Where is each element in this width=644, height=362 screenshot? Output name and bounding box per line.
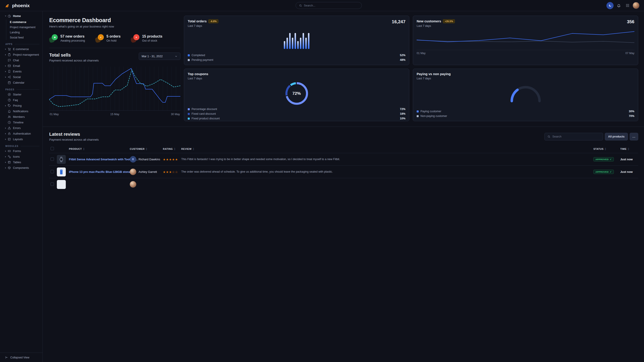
sidebar-item-social[interactable]: Social bbox=[0, 74, 42, 80]
card-title: Total orders bbox=[188, 19, 206, 23]
caret-icon bbox=[5, 76, 6, 78]
caret-icon bbox=[5, 105, 6, 107]
sidebar-item-email[interactable]: Email bbox=[0, 63, 42, 69]
legend-label: Pending payment bbox=[192, 58, 213, 61]
product-thumbnail[interactable] bbox=[57, 167, 66, 176]
column-header-review[interactable]: REVIEW bbox=[181, 148, 322, 150]
sidebar-item-errors[interactable]: Errors bbox=[0, 125, 42, 131]
column-header-product[interactable]: PRODUCT bbox=[69, 148, 130, 150]
sidebar-item-tables[interactable]: Tables bbox=[0, 159, 42, 165]
column-label: REVIEW bbox=[181, 148, 192, 150]
product-link[interactable]: iPhone 13 pro max-Pacific Blue-128GB sto… bbox=[69, 170, 136, 174]
sidebar-item-calendar[interactable]: Calendar bbox=[0, 80, 42, 85]
sidebar-item-forms[interactable]: Forms bbox=[0, 148, 42, 154]
stat-title: 15 products bbox=[142, 34, 162, 38]
row-checkbox[interactable] bbox=[50, 157, 54, 161]
sidebar-item-label: Icons bbox=[13, 155, 20, 158]
legend-label: Percentage discount bbox=[192, 107, 217, 111]
total-orders-card: Total orders -6.8% Last 7 days 16,247 Co… bbox=[184, 16, 322, 65]
caret-icon bbox=[5, 138, 6, 140]
sidebar-item-label: Members bbox=[13, 115, 24, 118]
product-thumbnail[interactable] bbox=[57, 155, 66, 164]
total-sells-title: Total sells bbox=[49, 52, 99, 58]
stat-icon bbox=[49, 34, 58, 42]
column-header-rating[interactable]: RATING bbox=[163, 148, 181, 150]
sidebar-item-layouts[interactable]: Layouts bbox=[0, 136, 42, 142]
sidebar-item-components[interactable]: Components bbox=[0, 165, 42, 171]
sidebar-item-label: Email bbox=[13, 64, 20, 67]
customer-name: Richard Dawkins bbox=[138, 158, 160, 161]
table-row: ✓ bbox=[49, 178, 322, 181]
caret-icon-wrap bbox=[5, 48, 8, 50]
page-title: Ecommerce Dashboard bbox=[49, 17, 180, 23]
sidebar-item-chat[interactable]: Chat bbox=[0, 57, 42, 63]
product-thumbnail[interactable] bbox=[57, 180, 66, 181]
caret-icon bbox=[5, 65, 6, 67]
caret-icon bbox=[5, 161, 6, 163]
sidebar-section-label-modules: MODULES bbox=[0, 145, 42, 147]
column-header-customer[interactable]: CUSTOMER bbox=[130, 148, 163, 150]
sidebar-item-home[interactable]: Home bbox=[0, 13, 42, 19]
sidebar-item-members[interactable]: Members bbox=[0, 114, 42, 120]
table-icon bbox=[8, 161, 11, 164]
legend-item: Fixed product discount 10% bbox=[188, 117, 322, 120]
review-text: This Fitbit is fantastic! I was trying t… bbox=[181, 157, 322, 161]
caret-icon-wrap bbox=[5, 156, 8, 158]
caret-icon-wrap bbox=[5, 127, 8, 129]
table-body: Fitbit Sense Advanced Smartwatch with To… bbox=[49, 153, 322, 181]
caret-icon-wrap bbox=[5, 15, 8, 17]
legend-swatch bbox=[188, 113, 190, 115]
sidebar-item-faq[interactable]: Faq bbox=[0, 97, 42, 103]
sidebar-item-label: Authentication bbox=[13, 132, 31, 135]
top-coupons-donut: 72% bbox=[285, 82, 308, 105]
x-icon bbox=[135, 36, 138, 39]
caret-icon bbox=[5, 71, 6, 72]
global-search-input[interactable] bbox=[304, 4, 322, 7]
row-checkbox[interactable] bbox=[50, 170, 54, 173]
sidebar-item-pricing[interactable]: Pricing bbox=[0, 103, 42, 108]
phoenix-logo-icon bbox=[4, 3, 10, 8]
compass-icon bbox=[8, 93, 11, 96]
sidebar-item-icons[interactable]: Icons bbox=[0, 154, 42, 159]
top-coupons-legend: Percentage discount 72% Fixed card disco… bbox=[188, 106, 322, 120]
latest-reviews-title: Latest reviews bbox=[49, 132, 99, 137]
sidebar-item-label: Project management bbox=[13, 53, 39, 56]
sidebar-item-authentication[interactable]: Authentication bbox=[0, 131, 42, 136]
select-all-checkbox[interactable] bbox=[50, 147, 54, 150]
table-row: iPhone 13 pro max-Pacific Blue-128GB sto… bbox=[49, 165, 322, 178]
top-navbar: phoenix bbox=[0, 0, 322, 11]
sidebar-item-events[interactable]: Events bbox=[0, 69, 42, 74]
date-range-select[interactable]: Mar 1 - 31, 2022 bbox=[139, 52, 180, 60]
sidebar-item-timeline[interactable]: Timeline bbox=[0, 120, 42, 125]
stat-icon-circle bbox=[52, 34, 58, 40]
sidebar-subitem-project-management[interactable]: Project management bbox=[6, 24, 42, 30]
caret-icon-wrap bbox=[5, 54, 8, 56]
alert-icon bbox=[8, 126, 11, 130]
stat-item: 57 new orders Awating processing bbox=[49, 34, 85, 42]
table-header-row: PRODUCTCUSTOMERRATINGREVIEWSTATUSTIME bbox=[49, 145, 322, 153]
clipboard-icon bbox=[8, 53, 11, 56]
stat-item: 15 products Out of stock bbox=[131, 34, 162, 42]
sidebar-item-e-commerce[interactable]: E commerce bbox=[0, 46, 42, 52]
sort-icon bbox=[83, 148, 84, 150]
legend-label: Fixed card discount bbox=[192, 112, 216, 115]
caret-icon bbox=[5, 150, 6, 152]
caret-icon bbox=[5, 167, 6, 169]
sidebar-item-label: Events bbox=[13, 70, 22, 73]
sidebar-subitem-landing[interactable]: Landing bbox=[6, 30, 42, 35]
card-title: Top coupons bbox=[188, 72, 322, 76]
sidebar-item-project-management[interactable]: Project management bbox=[0, 52, 42, 57]
brand[interactable]: phoenix bbox=[4, 3, 42, 8]
sidebar-item-label: Errors bbox=[13, 127, 20, 130]
sidebar-item-label: Components bbox=[13, 166, 29, 169]
sidebar-subitem-social-feed[interactable]: Social feed bbox=[6, 35, 42, 40]
sidebar-item-starter[interactable]: Starter bbox=[0, 92, 42, 97]
share-icon bbox=[8, 75, 11, 79]
global-search[interactable] bbox=[296, 2, 322, 9]
sidebar-item-label: E commerce bbox=[13, 48, 29, 51]
sidebar-subitem-e-commerce[interactable]: E commerce bbox=[6, 19, 42, 24]
customer-avatar bbox=[130, 169, 136, 175]
stat-title: 5 orders bbox=[106, 34, 120, 38]
sidebar-item-notifications[interactable]: Notifications bbox=[0, 108, 42, 114]
calendar-icon bbox=[8, 81, 11, 84]
